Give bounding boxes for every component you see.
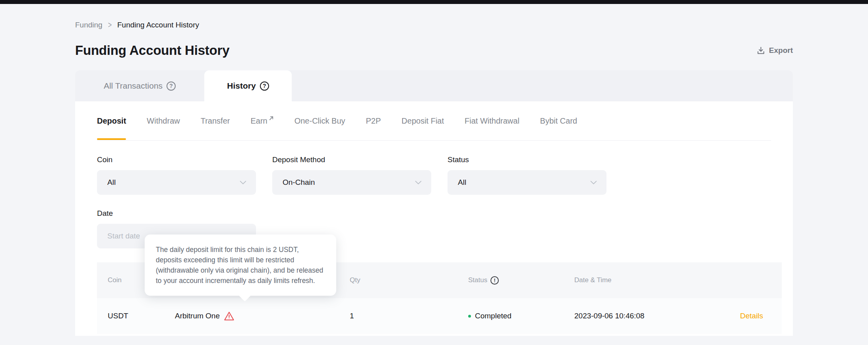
subtab-deposit-fiat[interactable]: Deposit Fiat (401, 101, 444, 140)
coin-select-value: All (107, 178, 116, 187)
header-status-label: Status (468, 276, 487, 284)
chevron-down-icon (590, 178, 597, 187)
subtab-earn[interactable]: Earn (250, 101, 273, 140)
subtab-transfer-label: Transfer (201, 116, 230, 126)
chevron-down-icon (240, 178, 246, 187)
deposit-method-filter-label: Deposit Method (272, 155, 431, 164)
export-label: Export (769, 46, 793, 55)
status-filter-label: Status (448, 155, 606, 164)
breadcrumb-funding-link[interactable]: Funding (75, 21, 103, 29)
date-filter-label: Date (97, 209, 771, 218)
subtab-p2p-label: P2P (366, 116, 381, 126)
coin-select[interactable]: All (97, 170, 256, 195)
subtab-one-click-buy-label: One-Click Buy (294, 116, 345, 126)
chevron-down-icon (415, 178, 422, 187)
subtab-earn-label: Earn (250, 116, 267, 126)
all-transactions-help-icon[interactable]: ? (167, 81, 176, 91)
history-card-body: Deposit Withdraw Transfer Earn One-Click… (75, 101, 793, 336)
start-date-placeholder: Start date (107, 232, 140, 240)
status-filter: Status All (448, 155, 606, 195)
details-link[interactable]: Details (740, 312, 763, 320)
subtab-withdraw-label: Withdraw (147, 116, 180, 126)
tab-history[interactable]: History ? (204, 70, 292, 101)
deposit-method-filter: Deposit Method On-Chain (272, 155, 431, 195)
subtab-deposit-label: Deposit (97, 116, 126, 126)
row-datetime: 2023-09-06 10:46:08 (574, 312, 740, 320)
breadcrumb: Funding > Funding Account History (75, 21, 793, 29)
deposit-method-select-value: On-Chain (283, 178, 315, 187)
row-chain-label: Arbitrum One (175, 312, 220, 320)
external-link-icon (269, 114, 274, 123)
subtab-bybit-card-label: Bybit Card (540, 116, 577, 126)
page-title: Funding Account History (75, 43, 229, 58)
subtab-withdraw[interactable]: Withdraw (147, 101, 180, 140)
deposit-limit-tooltip: The daily deposit limit for this chain i… (145, 235, 336, 296)
status-select[interactable]: All (448, 170, 606, 195)
subtab-one-click-buy[interactable]: One-Click Buy (294, 101, 345, 140)
subtab-deposit[interactable]: Deposit (97, 101, 126, 140)
coin-filter: Coin All (97, 155, 256, 195)
warning-icon[interactable] (224, 311, 234, 321)
subtab-bybit-card[interactable]: Bybit Card (540, 101, 577, 140)
deposit-limit-tooltip-text: The daily deposit limit for this chain i… (156, 246, 323, 285)
status-info-icon[interactable]: ! (490, 276, 499, 285)
filters-row: Coin All Deposit Method On-Chain (97, 155, 771, 195)
tab-all-transactions-label: All Transactions (104, 81, 163, 91)
row-status-label: Completed (475, 312, 511, 320)
transaction-type-tabs: Deposit Withdraw Transfer Earn One-Click… (97, 101, 771, 141)
row-coin: USDT (97, 312, 175, 320)
subtab-deposit-fiat-label: Deposit Fiat (401, 116, 444, 126)
coin-filter-label: Coin (97, 155, 256, 164)
subtab-fiat-withdrawal-label: Fiat Withdrawal (465, 116, 519, 126)
table-row: USDT Arbitrum One 1 (97, 298, 782, 334)
subtab-p2p[interactable]: P2P (366, 101, 381, 140)
status-dot-icon (468, 315, 471, 318)
breadcrumb-current: Funding Account History (117, 21, 199, 29)
account-tabs: All Transactions ? History ? (75, 70, 793, 101)
deposit-method-select[interactable]: On-Chain (272, 170, 431, 195)
top-black-bar (0, 0, 868, 4)
row-qty: 1 (350, 312, 468, 320)
breadcrumb-chevron-icon: > (108, 20, 112, 30)
history-help-icon[interactable]: ? (260, 81, 269, 91)
row-chain: Arbitrum One (175, 311, 350, 321)
history-card: All Transactions ? History ? Deposit Wit… (75, 70, 793, 336)
header-datetime: Date & Time (574, 276, 740, 284)
tab-history-label: History (227, 81, 256, 91)
row-status: Completed (468, 312, 574, 320)
title-row: Funding Account History Export (75, 43, 793, 58)
subtab-fiat-withdrawal[interactable]: Fiat Withdrawal (465, 101, 519, 140)
header-qty: Qty (350, 276, 468, 284)
export-button[interactable]: Export (756, 46, 793, 55)
tab-all-transactions[interactable]: All Transactions ? (75, 70, 204, 101)
subtab-transfer[interactable]: Transfer (201, 101, 230, 140)
funding-history-page: Funding > Funding Account History Fundin… (0, 21, 868, 336)
status-select-value: All (458, 178, 466, 187)
header-status: Status ! (468, 276, 574, 285)
active-tab-underline (97, 138, 126, 140)
download-icon (756, 46, 765, 55)
